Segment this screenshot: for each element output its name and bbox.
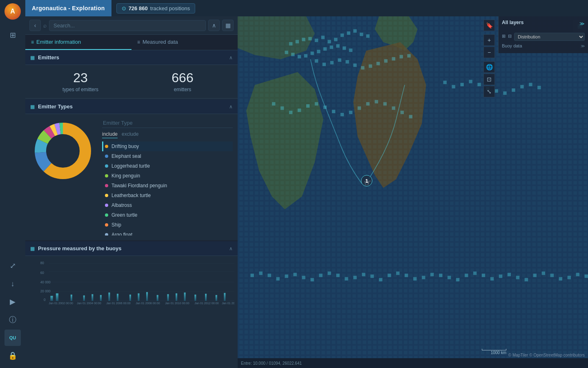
- search-input[interactable]: [49, 20, 206, 31]
- svg-rect-56: [341, 34, 344, 37]
- emitter-item-name: Loggerhead turtle: [111, 163, 231, 169]
- map-controls: 🔖 + − 🌐 ⊡ ⤡: [483, 20, 495, 97]
- svg-rect-83: [366, 102, 370, 105]
- svg-rect-97: [512, 88, 515, 92]
- map-right-panel: All layers ≫ ⊞ ⊟ Distribution Buoy data …: [498, 16, 588, 53]
- queue-icon[interactable]: QU: [4, 330, 21, 346]
- svg-rect-148: [542, 272, 545, 275]
- svg-rect-116: [267, 274, 271, 277]
- svg-rect-31: [167, 294, 169, 301]
- emitter-color-dot: [105, 223, 108, 227]
- play-icon[interactable]: ▶: [4, 294, 21, 310]
- stat-types-label: types of emitters: [33, 87, 127, 92]
- emitter-list-item[interactable]: Drifting buoy: [102, 141, 233, 151]
- info-icon[interactable]: ⓘ: [4, 312, 21, 328]
- distribution-select[interactable]: Distribution: [514, 33, 585, 41]
- tab-emitter-information[interactable]: ≡ Emitter information: [25, 35, 131, 50]
- emitter-list-item[interactable]: Elephant seal: [102, 151, 233, 161]
- svg-rect-19: [50, 296, 53, 301]
- pressure-section-header[interactable]: ▦ Pressure measured by the buoys ∧: [25, 241, 238, 256]
- map-attribution: © MapTiler © OpenStreetMap contributors: [508, 353, 585, 357]
- svg-rect-140: [473, 272, 477, 275]
- svg-rect-95: [494, 89, 498, 92]
- svg-rect-115: [259, 272, 262, 275]
- svg-text:Jan 01 2002 00:00: Jan 01 2002 00:00: [49, 302, 73, 305]
- map-svg: [238, 16, 588, 368]
- emitter-item-name: Elephant seal: [111, 153, 231, 159]
- collapse-button[interactable]: ∧: [208, 20, 220, 31]
- share-icon[interactable]: ⤢: [4, 258, 21, 274]
- pressure-collapse: ∧: [229, 246, 233, 251]
- screenshot-button[interactable]: ⊡: [483, 74, 495, 85]
- svg-rect-139: [465, 274, 468, 277]
- layers-toggle[interactable]: ≫: [579, 21, 585, 27]
- svg-rect-77: [315, 102, 318, 105]
- dist-icon2: ⊟: [508, 34, 512, 39]
- svg-text:60: 60: [40, 271, 45, 275]
- tab-bar: ≡ Emitter information ≡ Measured data: [25, 35, 238, 50]
- buoy-data-toggle[interactable]: ≫: [581, 44, 585, 48]
- emitter-types-header[interactable]: ▦ Emitter Types ∧: [25, 99, 238, 114]
- bookmark-button[interactable]: 🔖: [483, 20, 495, 31]
- fit-button[interactable]: ⤡: [483, 86, 495, 97]
- svg-rect-26: [117, 294, 118, 301]
- tab-measured-label: Measured data: [143, 39, 178, 45]
- svg-rect-89: [443, 81, 446, 84]
- download-icon[interactable]: ↓: [4, 276, 21, 292]
- svg-rect-25: [108, 293, 110, 301]
- emitter-item-name: Drifting buoy: [111, 144, 231, 149]
- emitter-list-item[interactable]: Green turtle: [102, 210, 233, 220]
- pressure-icon: ▦: [30, 246, 35, 251]
- map-area[interactable]: 1 ☞ 🔖 + − 🌐 ⊡ ⤡ ⊞ All layers ≫ ⊞ ⊟: [238, 16, 588, 368]
- stat-emitters-number: 666: [136, 71, 229, 85]
- back-button[interactable]: ‹: [29, 20, 41, 31]
- emitters-section-header[interactable]: ▦ Emitters ∧: [25, 50, 238, 65]
- emitter-type-search[interactable]: [102, 118, 233, 128]
- chart-button[interactable]: ▦: [222, 20, 234, 31]
- svg-rect-86: [392, 106, 395, 110]
- map-cluster-1[interactable]: 1: [361, 175, 372, 186]
- zoom-in-button[interactable]: +: [483, 34, 495, 46]
- svg-rect-110: [384, 59, 388, 63]
- svg-text:20 000: 20 000: [40, 290, 51, 294]
- svg-rect-52: [315, 39, 318, 42]
- emitter-list-item[interactable]: Argo float: [102, 230, 233, 236]
- svg-rect-144: [508, 273, 511, 276]
- svg-text:80: 80: [40, 261, 45, 265]
- svg-rect-75: [298, 108, 301, 112]
- svg-rect-98: [520, 85, 523, 88]
- stat-emitters-label: emitters: [136, 87, 229, 92]
- tab-emitter-icon: ≡: [31, 39, 34, 45]
- svg-rect-92: [469, 80, 472, 83]
- zoom-out-button[interactable]: −: [483, 47, 495, 58]
- svg-rect-91: [460, 83, 463, 86]
- svg-rect-118: [285, 274, 288, 278]
- lock-icon[interactable]: 🔒: [4, 348, 21, 364]
- svg-rect-33: [184, 293, 186, 301]
- app-title[interactable]: Argonautica - Exploration: [25, 0, 111, 16]
- emitter-item-name: Tawaki Fiordland penguin: [111, 183, 231, 188]
- emitter-list-item[interactable]: Leatherback turtle: [102, 191, 233, 200]
- tracked-positions: ⊙ 726 860 tracked positions: [116, 3, 196, 13]
- emitter-list-item[interactable]: Albatross: [102, 200, 233, 210]
- emitter-color-dot: [105, 145, 108, 148]
- app-logo[interactable]: A: [4, 3, 21, 20]
- exclude-tab[interactable]: exclude: [122, 131, 138, 138]
- svg-rect-65: [310, 52, 314, 55]
- emitter-list-item[interactable]: Loggerhead turtle: [102, 161, 233, 171]
- svg-text:40 000: 40 000: [40, 280, 51, 284]
- svg-rect-82: [358, 106, 361, 110]
- svg-rect-145: [516, 276, 519, 279]
- svg-rect-129: [379, 278, 382, 281]
- globe-button[interactable]: 🌐: [483, 61, 495, 73]
- include-tab[interactable]: include: [102, 131, 118, 138]
- emitter-item-name: Ship: [111, 222, 231, 228]
- buoy-data-row: Buoy data ≫: [502, 43, 585, 48]
- svg-rect-152: [576, 273, 579, 276]
- emitter-list-item[interactable]: King penguin: [102, 171, 233, 181]
- emitter-list-item[interactable]: Tawaki Fiordland penguin: [102, 181, 233, 191]
- tab-measured-data[interactable]: ≡ Measured data: [131, 35, 238, 50]
- emitter-list-item[interactable]: Ship: [102, 220, 233, 230]
- svg-rect-142: [490, 277, 494, 280]
- apps-icon[interactable]: ⊞: [4, 27, 21, 43]
